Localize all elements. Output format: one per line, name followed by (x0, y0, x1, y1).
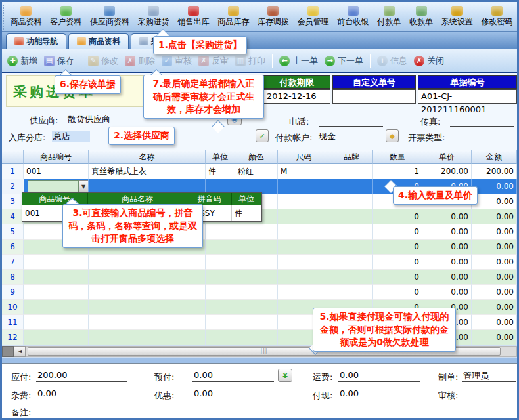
row-number-cell[interactable]: 9 (2, 285, 24, 300)
grid-cell[interactable] (330, 240, 373, 255)
grid-col-header[interactable]: 尺码 (278, 150, 330, 164)
grid-col-header[interactable]: 单价 (422, 150, 472, 164)
grid-cell[interactable]: 0.00 (422, 209, 472, 224)
grid-cell[interactable]: 0.00 (472, 240, 517, 255)
grid-col-header[interactable]: 金额 (472, 150, 517, 164)
payable-field[interactable]: 200.00 (36, 370, 127, 382)
discount-field[interactable]: 0.00 (192, 388, 281, 400)
payment-deadline-field[interactable]: 2012-12-16 (263, 89, 330, 104)
row-number-cell[interactable]: 1 (2, 164, 24, 179)
invoice-type-field[interactable] (451, 131, 514, 142)
menu-item-customer-info[interactable]: 客户资料 (49, 5, 83, 28)
grid-cell[interactable]: 0.00 (422, 224, 472, 240)
grid-cell[interactable]: 0.00 (472, 330, 517, 345)
grid-cell[interactable]: 200.00 (472, 164, 517, 179)
grid-cell[interactable] (206, 330, 235, 345)
product-code-combo[interactable]: ▼ (28, 180, 89, 192)
row-number-cell[interactable]: 6 (2, 240, 24, 255)
row-number-cell[interactable]: 12 (2, 330, 24, 345)
grid-cell[interactable] (24, 300, 89, 315)
prepaid-field[interactable]: 0.00 (192, 370, 274, 382)
grid-cell[interactable] (330, 164, 373, 179)
row-number-cell[interactable]: 7 (2, 255, 24, 270)
grid-cell[interactable] (235, 240, 278, 255)
grid-cell[interactable] (235, 300, 278, 315)
grid-cell[interactable] (235, 285, 278, 300)
grid-cell[interactable] (330, 194, 373, 209)
scroll-left-button[interactable]: ◄ (14, 346, 26, 357)
grid-cell[interactable] (330, 179, 373, 194)
grid-cell[interactable] (206, 285, 235, 300)
grid-cell[interactable]: 0.00 (472, 270, 517, 285)
grid-cell[interactable]: 200.00 (422, 164, 472, 179)
menu-item-purchase-in[interactable]: 采购进货 (137, 5, 171, 28)
grid-cell[interactable]: 真丝希腊式上衣 (89, 164, 206, 179)
grid-cell[interactable]: 0.00 (422, 285, 472, 300)
grid-col-header[interactable]: 品牌 (330, 150, 373, 164)
menu-item-member-mgmt[interactable]: 会员管理 (296, 5, 330, 28)
payment-account-field[interactable]: 现金 (317, 131, 383, 142)
combo-input[interactable] (28, 180, 79, 192)
grid-col-header[interactable]: 颜色 (235, 150, 278, 164)
grid-col-header[interactable]: 名称 (89, 150, 206, 164)
grid-cell[interactable]: 0.00 (472, 285, 517, 300)
row-number-cell[interactable]: 4 (2, 209, 24, 224)
grid-cell[interactable] (206, 224, 235, 240)
grid-cell[interactable] (24, 255, 89, 270)
branch-field[interactable]: 总店 (52, 131, 90, 142)
row-number-cell[interactable]: 8 (2, 270, 24, 285)
grid-cell[interactable] (330, 209, 373, 224)
fax-field[interactable] (450, 115, 514, 127)
grid-cell[interactable] (24, 270, 89, 285)
popup-cell[interactable]: 件 (232, 205, 261, 221)
grid-cell[interactable]: 0.00 (422, 240, 472, 255)
grid-cell[interactable]: 件 (206, 164, 235, 179)
grid-cell[interactable] (278, 255, 330, 270)
tab-goods[interactable]: 商品资料 (68, 33, 129, 49)
grid-cell[interactable]: 0 (373, 270, 422, 285)
grid-cell[interactable] (206, 315, 235, 330)
misc-fee-field[interactable]: 0.00 (36, 388, 127, 400)
grid-cell[interactable] (206, 270, 235, 285)
prepaid-money-button[interactable]: ¥ (278, 369, 292, 382)
menu-item-goods-info[interactable]: 商品资料 (9, 5, 43, 28)
grid-cell[interactable] (206, 300, 235, 315)
grid-cell[interactable]: 0.00 (472, 209, 517, 224)
phone-field[interactable] (319, 115, 383, 127)
grid-cell[interactable] (206, 255, 235, 270)
grid-cell[interactable] (89, 330, 206, 345)
grid-cell[interactable] (330, 285, 373, 300)
row-number-cell[interactable]: 11 (2, 315, 24, 330)
grid-cell[interactable]: 0.00 (472, 179, 517, 194)
grid-cell[interactable] (235, 255, 278, 270)
handler-field[interactable] (229, 131, 254, 142)
grid-cell[interactable]: 0.00 (472, 255, 517, 270)
grid-cell[interactable]: 0.00 (422, 270, 472, 285)
tab-nav[interactable]: 功能导航 (6, 33, 66, 49)
row-number-cell[interactable]: 2 (2, 179, 24, 194)
grid-cell[interactable] (278, 194, 330, 209)
grid-cell[interactable] (330, 224, 373, 240)
prev-bill-button[interactable]: ←上一单 (279, 55, 318, 67)
grid-cell[interactable] (278, 209, 330, 224)
grid-cell[interactable]: 001 (24, 164, 89, 179)
grid-cell[interactable]: 1 (373, 164, 422, 179)
new-button[interactable]: ✚新增 (7, 55, 37, 67)
grid-cell[interactable]: 0 (373, 240, 422, 255)
grid-col-header[interactable]: 商品编号 (24, 150, 89, 164)
grid-cell[interactable] (89, 270, 206, 285)
combo-dropdown-button[interactable]: ▼ (79, 180, 89, 192)
grid-cell[interactable] (24, 285, 89, 300)
menu-item-change-password[interactable]: 修改密码 (480, 5, 514, 28)
menu-item-front-cashier[interactable]: 前台收银 (336, 5, 371, 28)
row-number-cell[interactable]: 5 (2, 224, 24, 240)
grid-cell[interactable]: 0 (373, 209, 422, 224)
custom-number-field[interactable] (332, 89, 416, 104)
save-button[interactable]: ▤保存 (44, 55, 74, 67)
row-number-cell[interactable]: 10 (2, 300, 24, 315)
next-bill-button[interactable]: →下一单 (325, 55, 363, 67)
menu-item-payment-bill[interactable]: 付款单 (376, 5, 402, 28)
grid-cell[interactable]: 粉红 (235, 164, 278, 179)
grid-cell[interactable]: M (278, 164, 330, 179)
grid-cell[interactable]: 0.00 (472, 224, 517, 240)
